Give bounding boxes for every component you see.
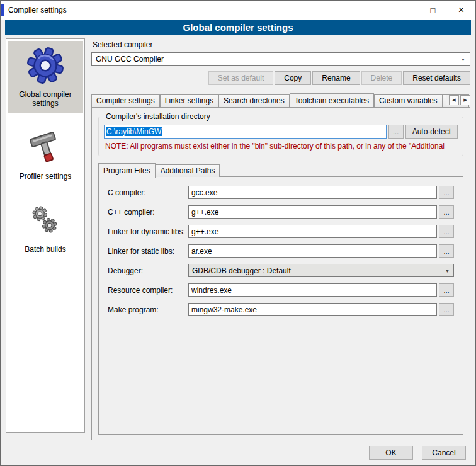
- debugger-label: Debugger:: [108, 266, 188, 275]
- bin-subdirectory-note: NOTE: All programs must exist either in …: [105, 142, 458, 151]
- dialog-content: Global compiler settings Profiler settin…: [1, 35, 475, 440]
- toolchain-executables-panel: Compiler's installation directory C:\ray…: [91, 107, 470, 440]
- dialog-footer: OK Cancel: [1, 440, 475, 465]
- set-as-default-button: Set as default: [208, 71, 273, 85]
- selected-text: C:\raylib\MinGW: [106, 127, 162, 136]
- resource-compiler-browse-button[interactable]: ...: [439, 283, 454, 297]
- cancel-button[interactable]: Cancel: [422, 446, 466, 460]
- c-compiler-browse-button[interactable]: ...: [439, 186, 454, 199]
- installation-directory-browse-button[interactable]: ...: [388, 125, 404, 139]
- tab-linker-settings[interactable]: Linker settings: [160, 94, 218, 107]
- chevron-down-icon: ▼: [461, 57, 465, 62]
- program-files-tab-bar: Program Files Additional Paths: [98, 162, 463, 177]
- cpp-compiler-label: C++ compiler:: [108, 208, 188, 217]
- window-title: Compiler settings: [4, 6, 67, 14]
- minimize-button[interactable]: —: [390, 1, 419, 20]
- reset-defaults-button[interactable]: Reset defaults: [403, 71, 470, 85]
- tab-scroll-right-icon[interactable]: ▶: [460, 95, 470, 105]
- window-controls: — □ ×: [390, 1, 475, 20]
- compiler-select-value: GNU GCC Compiler: [96, 55, 164, 64]
- sidebar-item-batch-builds[interactable]: Batch builds: [8, 196, 83, 259]
- sidebar-item-profiler-settings[interactable]: Profiler settings: [8, 123, 83, 186]
- c-compiler-label: C compiler:: [108, 188, 188, 197]
- make-program-browse-button[interactable]: ...: [439, 303, 454, 316]
- sidebar-item-label: Global compiler settings: [10, 90, 81, 108]
- minimize-icon: —: [400, 6, 409, 15]
- tab-scroll-controls: ◀ ▶: [446, 95, 470, 105]
- dynamic-linker-browse-button[interactable]: ...: [439, 225, 454, 238]
- dynamic-linker-label: Linker for dynamic libs:: [108, 227, 188, 236]
- auto-detect-button[interactable]: Auto-detect: [405, 125, 458, 139]
- resource-compiler-input[interactable]: [188, 283, 437, 297]
- dynamic-linker-input[interactable]: [188, 225, 437, 238]
- resource-compiler-label: Resource compiler:: [108, 286, 188, 295]
- category-sidebar: Global compiler settings Profiler settin…: [6, 38, 85, 433]
- tab-toolchain-executables[interactable]: Toolchain executables: [290, 93, 374, 107]
- copy-button[interactable]: Copy: [275, 71, 311, 85]
- program-files-panel: C compiler: ... C++ compiler: ... Linker…: [98, 176, 463, 435]
- delete-button: Delete: [361, 71, 402, 85]
- tab-compiler-settings[interactable]: Compiler settings: [91, 94, 160, 107]
- batch-builds-gears-icon: [26, 201, 65, 240]
- cpp-compiler-browse-button[interactable]: ...: [439, 205, 454, 219]
- tab-additional-paths[interactable]: Additional Paths: [156, 164, 220, 177]
- selected-compiler-label: Selected compiler: [93, 40, 470, 49]
- close-button[interactable]: ×: [447, 1, 475, 20]
- compiler-actions: Set as default Copy Rename Delete Reset …: [91, 71, 470, 85]
- c-compiler-input[interactable]: [188, 186, 437, 199]
- tab-custom-variables[interactable]: Custom variables: [374, 94, 443, 107]
- maximize-button[interactable]: □: [419, 1, 447, 20]
- installation-directory-group-title: Compiler's installation directory: [104, 112, 212, 121]
- static-linker-input[interactable]: [188, 244, 437, 258]
- ok-button[interactable]: OK: [369, 446, 413, 460]
- installation-directory-row: C:\raylib\MinGW ... Auto-detect: [104, 125, 458, 139]
- make-program-label: Make program:: [108, 305, 188, 314]
- form-row-debugger: Debugger: GDB/CDB debugger : Default ▼: [108, 264, 454, 277]
- main-settings-area: Selected compiler GNU GCC Compiler ▼ Set…: [91, 38, 470, 440]
- compiler-select[interactable]: GNU GCC Compiler ▼: [91, 52, 470, 66]
- form-row-dynamic-linker: Linker for dynamic libs: ...: [108, 225, 454, 238]
- sidebar-item-label: Profiler settings: [20, 172, 72, 181]
- compiler-settings-window: Compiler settings — □ × Global compiler …: [0, 0, 476, 466]
- dialog-header: Global compiler settings: [5, 20, 471, 35]
- static-linker-browse-button[interactable]: ...: [439, 244, 454, 258]
- form-row-static-linker: Linker for static libs: ...: [108, 244, 454, 258]
- settings-tab-bar: Compiler settings Linker settings Search…: [91, 93, 470, 107]
- close-icon: ×: [458, 4, 464, 16]
- rename-button[interactable]: Rename: [312, 71, 360, 85]
- cpp-compiler-input[interactable]: [188, 205, 437, 219]
- installation-directory-group: Compiler's installation directory C:\ray…: [98, 116, 463, 156]
- tab-program-files[interactable]: Program Files: [98, 163, 156, 178]
- form-row-c-compiler: C compiler: ...: [108, 186, 454, 199]
- form-row-make-program: Make program: ...: [108, 303, 454, 316]
- debugger-select-value: GDB/CDB debugger : Default: [192, 266, 291, 275]
- sidebar-item-global-compiler-settings[interactable]: Global compiler settings: [8, 41, 83, 113]
- maximize-icon: □: [431, 6, 436, 15]
- installation-directory-input[interactable]: C:\raylib\MinGW: [104, 125, 387, 139]
- debugger-select[interactable]: GDB/CDB debugger : Default ▼: [188, 264, 454, 277]
- sidebar-item-label: Batch builds: [25, 245, 65, 254]
- titlebar: Compiler settings — □ ×: [1, 1, 475, 20]
- static-linker-label: Linker for static libs:: [108, 247, 188, 256]
- chevron-down-icon: ▼: [445, 268, 450, 273]
- tab-search-directories[interactable]: Search directories: [218, 94, 290, 107]
- blue-gear-icon: [26, 46, 65, 85]
- form-row-resource-compiler: Resource compiler: ...: [108, 283, 454, 297]
- form-row-cpp-compiler: C++ compiler: ...: [108, 205, 454, 219]
- make-program-input[interactable]: [188, 303, 437, 316]
- profiler-tool-icon: [26, 128, 65, 167]
- tab-scroll-left-icon[interactable]: ◀: [449, 95, 459, 105]
